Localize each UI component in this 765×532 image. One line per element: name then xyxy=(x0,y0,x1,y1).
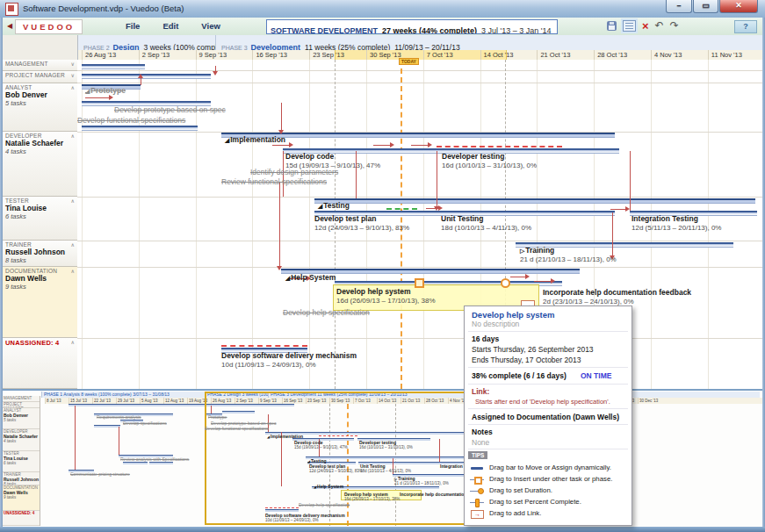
phase-label[interactable]: ◢Implementation xyxy=(225,135,285,145)
minimap-week-cell: 22 Jul '13 xyxy=(92,398,116,404)
close-button[interactable]: ✕ xyxy=(719,0,758,13)
minimap-task-label[interactable]: Review analysis with Specifications xyxy=(120,457,189,462)
chevron-down-icon[interactable]: ∨ xyxy=(71,72,75,78)
delete-icon[interactable]: × xyxy=(642,20,649,32)
task-detail-label[interactable]: 12d (24/09/13 – 9/10/13), 83% xyxy=(314,224,409,233)
resource-role: TRAINER xyxy=(5,241,75,248)
week-header-cell: 21 Oct '13 xyxy=(537,50,594,60)
resource-row-management[interactable]: MANAGEMENT∨ xyxy=(3,60,77,71)
task-detail-label[interactable]: 21 d (21/10/13 – 18/11/13), 0% xyxy=(520,255,617,264)
percent-glyph xyxy=(475,499,480,507)
expand-triangle-icon[interactable]: ◢ xyxy=(314,485,316,489)
task-label[interactable]: Develop help specification xyxy=(283,308,370,317)
menu-view[interactable]: View xyxy=(201,21,220,31)
resource-row-developer[interactable]: DEVELOPERNatalie Schaefer4 tasks∧ xyxy=(3,132,77,197)
task-label[interactable]: Develop test plan xyxy=(314,214,376,223)
chevron-up-icon[interactable]: ∧ xyxy=(71,84,75,90)
chevron-up-icon[interactable]: ∧ xyxy=(71,339,75,345)
resource-row-unassigned-[interactable]: UNASSIGNED: 4∧ xyxy=(3,338,77,389)
project-summary-box[interactable]: SOFTWARE DEVELOPMENT27 weeks (44% comple… xyxy=(266,19,558,34)
undo-icon[interactable]: ↶ xyxy=(655,20,664,32)
minimap-resource-role: UNASSIGNED: 4 xyxy=(4,511,39,515)
task-label[interactable]: Develop code xyxy=(285,152,334,161)
resource-row-analyst[interactable]: ANALYSTBob Denver5 tasks∧ xyxy=(3,83,77,132)
tip-item: →Drag to add Link. xyxy=(470,508,541,519)
chevron-up-icon[interactable]: ∧ xyxy=(71,133,75,139)
task-detail-label[interactable]: 10d (11/09/13 – 24/09/13), 0% xyxy=(221,361,316,370)
expand-triangle-icon[interactable]: ◢ xyxy=(267,435,270,439)
divider xyxy=(468,367,628,368)
task-label[interactable]: Develop prototype based on spec xyxy=(114,105,226,114)
chevron-up-icon[interactable]: ∧ xyxy=(71,198,75,204)
task-bar[interactable] xyxy=(82,64,145,69)
task-bar[interactable] xyxy=(82,126,198,131)
chevron-up-icon[interactable]: ∧ xyxy=(71,268,75,274)
phase-summary-bar[interactable] xyxy=(314,198,755,204)
task-label[interactable]: Integration Testing xyxy=(631,214,698,223)
redo-icon[interactable]: ↷ xyxy=(670,20,679,32)
dependency-connector xyxy=(612,212,613,258)
task-label[interactable]: Develop help system xyxy=(336,287,411,296)
minimap-task-detail-label[interactable]: 16d (26/09/13 – 17/10/13), 38% xyxy=(344,497,400,502)
task-bar[interactable] xyxy=(82,74,211,79)
expand-triangle-icon[interactable]: ◢ xyxy=(318,203,322,209)
minimap-resource-tasks: 9 tasks xyxy=(4,495,39,500)
resource-row-documentation[interactable]: DOCUMENTATIONDawn Wells9 tasks∧ xyxy=(3,267,77,338)
phase-label[interactable]: ▷Training xyxy=(520,246,554,255)
task-label[interactable]: Unit Testing xyxy=(441,214,483,223)
expand-triangle-icon[interactable]: ◢ xyxy=(225,137,229,143)
task-detail-label[interactable]: 18d (10/10/13 – 4/11/13), 0% xyxy=(441,224,531,233)
minimap-phase-label[interactable]: ◢Implementation xyxy=(267,434,303,440)
chevron-down-icon[interactable]: ∨ xyxy=(71,61,75,67)
task-detail-label[interactable]: 12d (5/11/13 – 20/11/13), 0% xyxy=(631,224,721,233)
list-view-icon[interactable] xyxy=(623,20,636,32)
phase-label[interactable]: ◢Prototype xyxy=(85,86,126,96)
phase-tab-2[interactable]: PHASE 2Design3 weeks (100% compl... xyxy=(77,35,215,50)
task-label[interactable]: Develop software delivery mechanism xyxy=(221,351,357,360)
task-label[interactable]: Developer testing xyxy=(442,152,504,161)
resource-row-trainer[interactable]: TRAINERRussell Johnson8 tasks∧ xyxy=(3,241,77,267)
collapse-arrow-icon[interactable]: ◀ xyxy=(7,22,12,30)
task-label[interactable]: Incorporate help documentation feedback xyxy=(543,288,691,297)
expand-triangle-icon[interactable]: ◢ xyxy=(85,88,90,94)
minimap-phase-label[interactable]: ◢Help System xyxy=(314,484,343,490)
maximize-button[interactable]: ▭ xyxy=(693,0,718,13)
task-label[interactable]: Develop functional specifications xyxy=(77,116,185,125)
task-detail-label[interactable]: 16d (10/10/13 – 31/10/13), 0% xyxy=(442,162,537,170)
drag-duration-handle[interactable] xyxy=(501,278,510,288)
resource-sidebar: MANAGEMENT∨PROJECT MANAGER∨ANALYSTBob De… xyxy=(3,35,78,389)
minimap-task-label[interactable]: Communicate pricing structure xyxy=(70,471,130,477)
menu-file[interactable]: File xyxy=(126,21,140,31)
minimap-task-label[interactable]: Develop specifications xyxy=(123,421,167,426)
phase-label[interactable]: ◢Testing xyxy=(318,201,350,211)
task-label[interactable]: Identify design parameters xyxy=(250,168,338,176)
minimap-task-label[interactable]: Develop help specification xyxy=(299,502,350,507)
help-button[interactable]: ? xyxy=(734,20,757,33)
expand-triangle-icon[interactable]: ◢ xyxy=(285,275,290,281)
minimap-task-detail-label[interactable]: 12d (24/09/13 – 9/10/13), 83% xyxy=(309,469,363,474)
chevron-up-icon[interactable]: ∧ xyxy=(71,241,75,248)
minimap-task-detail-label[interactable]: 18d (10/10/13 – 4/11/13), 0% xyxy=(360,469,411,474)
resource-row-project-manager[interactable]: PROJECT MANAGER∨ xyxy=(3,71,77,83)
minimap-task-label[interactable]: Develop functional specifications xyxy=(205,426,269,431)
phase-tab-3[interactable]: PHASE 3Development11 weeks (25% complete… xyxy=(215,35,762,50)
minimap-task-detail-label[interactable]: 15d (19/09/13 – 9/10/13), 47% xyxy=(294,445,348,450)
phase-label[interactable]: ◢Help System xyxy=(285,273,336,283)
minimap-task-label[interactable]: Prototype xyxy=(208,414,227,420)
minimap-task-detail-label[interactable]: 16d (10/10/13 – 31/10/13), 0% xyxy=(359,445,413,450)
collapse-triangle-icon[interactable]: ▷ xyxy=(520,248,524,254)
task-detail-label[interactable]: 16d (26/09/13 – 17/10/13), 38% xyxy=(336,297,436,306)
phase-name: Design xyxy=(113,43,140,50)
resource-row-tester[interactable]: TESTERTina Louise6 tasks∧ xyxy=(3,197,77,241)
drag-insert-handle[interactable] xyxy=(415,278,424,288)
divider xyxy=(468,384,628,385)
minimap-week-cell: 15 Jul '13 xyxy=(69,398,92,404)
minimap-task-detail-label[interactable]: 10d (11/09/13 – 24/09/13), 0% xyxy=(265,518,318,523)
menu-edit[interactable]: Edit xyxy=(162,21,178,31)
minimap-task-detail-label[interactable]: 21 d (21/10/13 – 18/11/13), 0% xyxy=(394,481,449,486)
task-label[interactable]: Review functional specifications xyxy=(221,177,327,186)
save-icon[interactable] xyxy=(607,21,617,31)
minimize-button[interactable]: – xyxy=(666,0,692,13)
project-overview-minimap[interactable]: MANAGEMENTPROJECT MANAGERANALYSTBob Denv… xyxy=(3,389,762,527)
minimap-task-label[interactable]: Requirements analysis xyxy=(97,414,141,420)
